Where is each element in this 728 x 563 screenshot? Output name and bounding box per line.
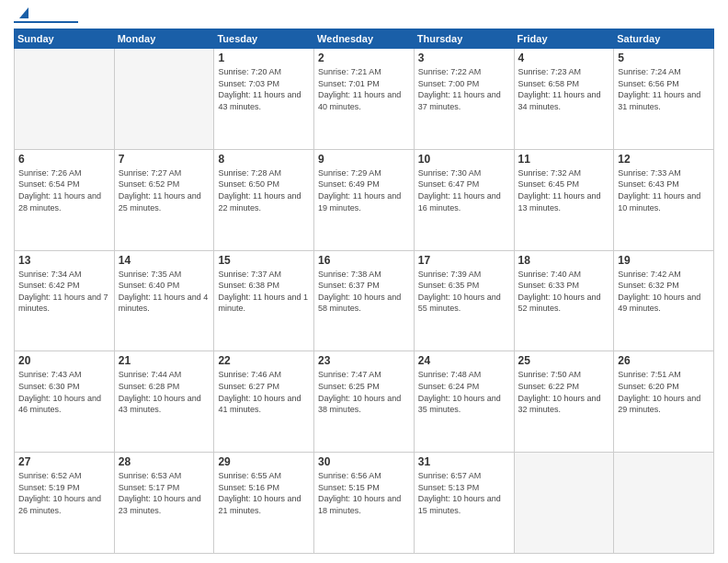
calendar-cell: 21Sunrise: 7:44 AM Sunset: 6:28 PM Dayli… bbox=[114, 351, 214, 453]
day-number: 6 bbox=[18, 153, 110, 166]
day-number: 25 bbox=[518, 354, 610, 367]
calendar-cell: 14Sunrise: 7:35 AM Sunset: 6:40 PM Dayli… bbox=[114, 250, 214, 351]
logo-underline bbox=[14, 21, 78, 23]
calendar-cell: 27Sunrise: 6:52 AM Sunset: 5:19 PM Dayli… bbox=[15, 453, 115, 554]
calendar-table: SundayMondayTuesdayWednesdayThursdayFrid… bbox=[14, 29, 714, 554]
calendar-cell: 15Sunrise: 7:37 AM Sunset: 6:38 PM Dayli… bbox=[214, 250, 314, 351]
calendar-cell: 23Sunrise: 7:47 AM Sunset: 6:25 PM Dayli… bbox=[314, 351, 415, 453]
calendar-cell: 25Sunrise: 7:50 AM Sunset: 6:22 PM Dayli… bbox=[514, 351, 614, 453]
calendar-cell: 6Sunrise: 7:26 AM Sunset: 6:54 PM Daylig… bbox=[15, 149, 115, 250]
calendar-cell: 22Sunrise: 7:46 AM Sunset: 6:27 PM Dayli… bbox=[214, 351, 314, 453]
day-info: Sunrise: 7:38 AM Sunset: 6:37 PM Dayligh… bbox=[318, 269, 410, 315]
calendar-cell: 5Sunrise: 7:24 AM Sunset: 6:56 PM Daylig… bbox=[614, 49, 714, 150]
calendar-cell: 4Sunrise: 7:23 AM Sunset: 6:58 PM Daylig… bbox=[514, 49, 614, 150]
logo-triangle-icon bbox=[16, 7, 28, 20]
calendar-cell: 13Sunrise: 7:34 AM Sunset: 6:42 PM Dayli… bbox=[15, 250, 115, 351]
day-info: Sunrise: 6:55 AM Sunset: 5:16 PM Dayligh… bbox=[218, 470, 310, 516]
calendar-cell: 1Sunrise: 7:20 AM Sunset: 7:03 PM Daylig… bbox=[214, 49, 314, 150]
calendar-cell: 7Sunrise: 7:27 AM Sunset: 6:52 PM Daylig… bbox=[114, 149, 214, 250]
day-info: Sunrise: 7:35 AM Sunset: 6:40 PM Dayligh… bbox=[119, 269, 210, 315]
day-number: 4 bbox=[518, 52, 610, 64]
calendar-cell: 29Sunrise: 6:55 AM Sunset: 5:16 PM Dayli… bbox=[214, 453, 314, 554]
day-info: Sunrise: 7:22 AM Sunset: 7:00 PM Dayligh… bbox=[418, 66, 510, 112]
calendar-cell: 11Sunrise: 7:32 AM Sunset: 6:45 PM Dayli… bbox=[514, 149, 614, 250]
day-number: 17 bbox=[418, 254, 510, 267]
day-info: Sunrise: 7:42 AM Sunset: 6:32 PM Dayligh… bbox=[618, 269, 710, 315]
calendar-cell: 10Sunrise: 7:30 AM Sunset: 6:47 PM Dayli… bbox=[414, 149, 514, 250]
day-info: Sunrise: 7:46 AM Sunset: 6:27 PM Dayligh… bbox=[218, 369, 310, 415]
day-info: Sunrise: 7:50 AM Sunset: 6:22 PM Dayligh… bbox=[518, 369, 610, 415]
day-info: Sunrise: 7:51 AM Sunset: 6:20 PM Dayligh… bbox=[618, 369, 710, 415]
day-number: 1 bbox=[218, 52, 310, 64]
calendar-cell bbox=[114, 49, 214, 150]
day-info: Sunrise: 7:47 AM Sunset: 6:25 PM Dayligh… bbox=[318, 369, 410, 415]
day-info: Sunrise: 7:33 AM Sunset: 6:43 PM Dayligh… bbox=[618, 167, 710, 213]
calendar-cell bbox=[614, 453, 714, 554]
logo bbox=[14, 9, 78, 23]
calendar-cell bbox=[15, 49, 115, 150]
day-number: 20 bbox=[18, 354, 110, 367]
calendar-cell: 26Sunrise: 7:51 AM Sunset: 6:20 PM Dayli… bbox=[614, 351, 714, 453]
calendar-header-thursday: Thursday bbox=[414, 29, 514, 49]
day-number: 24 bbox=[418, 354, 510, 367]
day-info: Sunrise: 6:57 AM Sunset: 5:13 PM Dayligh… bbox=[418, 470, 510, 516]
day-number: 22 bbox=[218, 354, 310, 367]
calendar-cell: 16Sunrise: 7:38 AM Sunset: 6:37 PM Dayli… bbox=[314, 250, 415, 351]
calendar-week-3: 13Sunrise: 7:34 AM Sunset: 6:42 PM Dayli… bbox=[15, 250, 714, 351]
page-container: SundayMondayTuesdayWednesdayThursdayFrid… bbox=[0, 0, 728, 563]
calendar-header-monday: Monday bbox=[114, 29, 214, 49]
day-info: Sunrise: 7:23 AM Sunset: 6:58 PM Dayligh… bbox=[518, 66, 610, 112]
calendar-header-row: SundayMondayTuesdayWednesdayThursdayFrid… bbox=[15, 29, 714, 49]
calendar-cell: 31Sunrise: 6:57 AM Sunset: 5:13 PM Dayli… bbox=[414, 453, 514, 554]
day-number: 23 bbox=[318, 354, 410, 367]
day-number: 5 bbox=[618, 52, 710, 64]
calendar-cell: 8Sunrise: 7:28 AM Sunset: 6:50 PM Daylig… bbox=[214, 149, 314, 250]
calendar-cell: 19Sunrise: 7:42 AM Sunset: 6:32 PM Dayli… bbox=[614, 250, 714, 351]
day-info: Sunrise: 6:53 AM Sunset: 5:17 PM Dayligh… bbox=[119, 470, 210, 516]
calendar-cell: 3Sunrise: 7:22 AM Sunset: 7:00 PM Daylig… bbox=[414, 49, 514, 150]
day-info: Sunrise: 7:40 AM Sunset: 6:33 PM Dayligh… bbox=[518, 269, 610, 315]
day-number: 30 bbox=[318, 455, 410, 468]
calendar-header-sunday: Sunday bbox=[15, 29, 115, 49]
day-number: 9 bbox=[318, 153, 410, 166]
day-number: 2 bbox=[318, 52, 410, 64]
day-number: 13 bbox=[18, 254, 110, 267]
day-number: 29 bbox=[218, 455, 310, 468]
day-info: Sunrise: 7:21 AM Sunset: 7:01 PM Dayligh… bbox=[318, 66, 410, 112]
calendar-week-5: 27Sunrise: 6:52 AM Sunset: 5:19 PM Dayli… bbox=[15, 453, 714, 554]
header bbox=[14, 9, 714, 23]
day-number: 3 bbox=[418, 52, 510, 64]
day-info: Sunrise: 6:56 AM Sunset: 5:15 PM Dayligh… bbox=[318, 470, 410, 516]
day-info: Sunrise: 7:34 AM Sunset: 6:42 PM Dayligh… bbox=[18, 269, 110, 315]
calendar-header-friday: Friday bbox=[514, 29, 614, 49]
day-number: 16 bbox=[318, 254, 410, 267]
day-number: 28 bbox=[119, 455, 210, 468]
svg-marker-0 bbox=[19, 7, 28, 18]
calendar-cell: 12Sunrise: 7:33 AM Sunset: 6:43 PM Dayli… bbox=[614, 149, 714, 250]
calendar-cell: 28Sunrise: 6:53 AM Sunset: 5:17 PM Dayli… bbox=[114, 453, 214, 554]
calendar-cell: 2Sunrise: 7:21 AM Sunset: 7:01 PM Daylig… bbox=[314, 49, 415, 150]
calendar-header-tuesday: Tuesday bbox=[214, 29, 314, 49]
day-number: 26 bbox=[618, 354, 710, 367]
day-info: Sunrise: 7:20 AM Sunset: 7:03 PM Dayligh… bbox=[218, 66, 310, 112]
day-number: 10 bbox=[418, 153, 510, 166]
calendar-cell: 17Sunrise: 7:39 AM Sunset: 6:35 PM Dayli… bbox=[414, 250, 514, 351]
day-number: 14 bbox=[119, 254, 210, 267]
day-number: 15 bbox=[218, 254, 310, 267]
day-number: 19 bbox=[618, 254, 710, 267]
day-info: Sunrise: 7:24 AM Sunset: 6:56 PM Dayligh… bbox=[618, 66, 710, 112]
day-number: 12 bbox=[618, 153, 710, 166]
calendar-cell: 24Sunrise: 7:48 AM Sunset: 6:24 PM Dayli… bbox=[414, 351, 514, 453]
day-number: 11 bbox=[518, 153, 610, 166]
day-info: Sunrise: 7:44 AM Sunset: 6:28 PM Dayligh… bbox=[119, 369, 210, 415]
day-number: 21 bbox=[119, 354, 210, 367]
day-info: Sunrise: 7:39 AM Sunset: 6:35 PM Dayligh… bbox=[418, 269, 510, 315]
day-info: Sunrise: 7:27 AM Sunset: 6:52 PM Dayligh… bbox=[119, 167, 210, 213]
calendar-cell: 30Sunrise: 6:56 AM Sunset: 5:15 PM Dayli… bbox=[314, 453, 415, 554]
calendar-cell: 20Sunrise: 7:43 AM Sunset: 6:30 PM Dayli… bbox=[15, 351, 115, 453]
day-info: Sunrise: 7:28 AM Sunset: 6:50 PM Dayligh… bbox=[218, 167, 310, 213]
calendar-week-4: 20Sunrise: 7:43 AM Sunset: 6:30 PM Dayli… bbox=[15, 351, 714, 453]
day-info: Sunrise: 7:48 AM Sunset: 6:24 PM Dayligh… bbox=[418, 369, 510, 415]
calendar-cell: 18Sunrise: 7:40 AM Sunset: 6:33 PM Dayli… bbox=[514, 250, 614, 351]
day-number: 18 bbox=[518, 254, 610, 267]
